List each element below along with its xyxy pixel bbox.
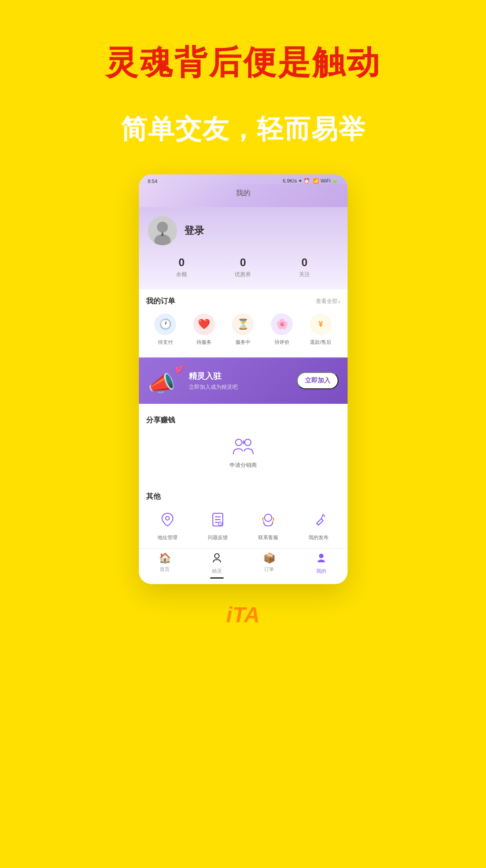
orders-view-all[interactable]: 查看全部 › (316, 298, 340, 305)
order-refund[interactable]: ¥ 退款/售后 (310, 313, 332, 346)
other-feedback[interactable]: 问题反馈 (196, 509, 240, 541)
home-icon: 🏠 (159, 552, 171, 564)
feedback-icon (207, 509, 229, 531)
nav-mine[interactable]: 我的 (295, 552, 348, 579)
hero-title: 灵魂背后便是触动 (105, 41, 381, 84)
status-icons: 6.9K/s ✦ ⏰ 📶 WiFi 🔋 (283, 178, 339, 184)
other-header: 其他 (146, 492, 340, 501)
customer-service-icon (257, 509, 279, 531)
svg-point-8 (166, 516, 169, 520)
stat-follow-value: 0 (301, 256, 307, 269)
phone-mockup: 8:54 6.9K/s ✦ ⏰ 📶 WiFi 🔋 我的 登录 0 (139, 174, 348, 584)
stat-follow: 0 关注 (299, 256, 310, 278)
other-customer-service[interactable]: 联系客服 (247, 509, 290, 541)
other-grid: 地址管理 问题反馈 (146, 509, 340, 541)
avatar[interactable] (148, 216, 177, 245)
svg-point-20 (215, 554, 219, 558)
banner-text: 精灵入驻 立即加入成为精灵吧 (189, 371, 297, 391)
other-section: 其他 地址管理 (139, 485, 348, 548)
order-pending-review-icon: 🌸 (271, 313, 293, 335)
share-title: 分享赚钱 (146, 416, 175, 425)
stat-balance-value: 0 (178, 256, 184, 269)
order-pending-payment[interactable]: 🕐 待支付 (154, 313, 176, 346)
nav-mine-label: 我的 (316, 568, 326, 575)
app-header: 我的 (139, 184, 348, 207)
svg-point-23 (319, 554, 324, 558)
nav-orders-label: 订单 (264, 566, 274, 573)
stat-balance-label: 余额 (176, 271, 187, 278)
svg-point-5 (236, 439, 242, 446)
order-pending-service-label: 待服务 (196, 339, 211, 346)
address-label: 地址管理 (157, 534, 177, 541)
nav-home[interactable]: 🏠 首页 (139, 552, 191, 579)
nav-spirit[interactable]: 精灵 (191, 552, 243, 579)
other-address[interactable]: 地址管理 (146, 509, 189, 541)
spirit-icon (211, 552, 222, 566)
stats-row: 0 余额 0 优惠券 0 关注 (148, 256, 339, 278)
profile-row[interactable]: 登录 (148, 216, 204, 245)
my-publish-icon (308, 509, 329, 531)
nav-home-label: 首页 (160, 566, 170, 573)
customer-service-label: 联系客服 (258, 534, 278, 541)
svg-text:+: + (241, 438, 245, 446)
stat-coupon: 0 优惠券 (235, 256, 251, 278)
svg-line-19 (317, 523, 319, 525)
svg-point-22 (218, 555, 219, 556)
app-logo: iTA (226, 602, 260, 627)
profile-section: 登录 0 余额 0 优惠券 0 关注 (139, 207, 348, 289)
svg-rect-4 (162, 233, 163, 236)
address-icon (157, 509, 178, 531)
stat-balance: 0 余额 (176, 256, 187, 278)
my-publish-label: 我的发布 (309, 534, 329, 541)
order-pending-review-label: 待评价 (275, 339, 290, 346)
nav-spirit-underline (210, 577, 224, 579)
banner-icon-area: 💕 📣 (148, 365, 184, 397)
other-my-publish[interactable]: 我的发布 (297, 509, 340, 541)
stat-follow-label: 关注 (299, 271, 310, 278)
order-in-service-label: 服务中 (236, 339, 250, 346)
orders-row: 🕐 待支付 ❤️ 待服务 ⏳ 服务中 🌸 待评价 ¥ 退款/售后 (146, 313, 340, 346)
share-distributor-icon: + (232, 436, 254, 458)
mine-icon (316, 552, 327, 566)
share-section: 分享赚钱 + 申请分销商 (139, 408, 348, 480)
app-header-title: 我的 (236, 189, 250, 197)
order-pending-payment-icon: 🕐 (154, 313, 176, 335)
order-refund-label: 退款/售后 (310, 339, 331, 346)
orders-section: 我的订单 查看全部 › 🕐 待支付 ❤️ 待服务 ⏳ 服务中 🌸 待评价 (139, 289, 348, 353)
orders-header: 我的订单 查看全部 › (146, 297, 340, 306)
order-in-service[interactable]: ⏳ 服务中 (232, 313, 254, 346)
svg-line-18 (323, 514, 325, 517)
bottom-area: iTA (226, 602, 260, 627)
status-time: 8:54 (148, 179, 157, 184)
bottom-nav: 🏠 首页 精灵 📦 订单 (139, 548, 348, 584)
banner-main-text: 精灵入驻 (189, 371, 297, 382)
svg-line-17 (321, 514, 323, 519)
feedback-label: 问题反馈 (208, 534, 228, 541)
banner-sub-text: 立即加入成为精灵吧 (189, 383, 297, 391)
order-in-service-icon: ⏳ (232, 313, 254, 335)
share-header: 分享赚钱 (146, 416, 340, 425)
orders-icon: 📦 (263, 552, 275, 564)
order-pending-service[interactable]: ❤️ 待服务 (193, 313, 215, 346)
nav-orders[interactable]: 📦 订单 (243, 552, 295, 579)
spirit-banner[interactable]: 💕 📣 精灵入驻 立即加入成为精灵吧 立即加入 (139, 357, 348, 404)
order-pending-service-icon: ❤️ (193, 313, 215, 335)
banner-hearts-icon: 💕 (175, 365, 184, 373)
share-distributor-label: 申请分销商 (230, 461, 257, 469)
hero-subtitle: 简单交友，轻而易举 (121, 112, 366, 147)
order-pending-payment-label: 待支付 (158, 339, 173, 346)
order-pending-review[interactable]: 🌸 待评价 (271, 313, 293, 346)
other-title: 其他 (146, 492, 161, 501)
login-button[interactable]: 登录 (184, 224, 204, 238)
svg-point-21 (215, 555, 216, 556)
stat-coupon-label: 优惠券 (235, 271, 251, 278)
order-refund-icon: ¥ (310, 313, 332, 335)
share-distributor[interactable]: + 申请分销商 (146, 432, 340, 473)
svg-point-16 (265, 514, 272, 521)
nav-spirit-label: 精灵 (212, 568, 222, 575)
svg-point-15 (220, 525, 221, 525)
banner-join-button[interactable]: 立即加入 (297, 372, 339, 389)
banner-megaphone-icon: 📣 (148, 371, 175, 397)
svg-point-1 (157, 222, 168, 233)
status-bar: 8:54 6.9K/s ✦ ⏰ 📶 WiFi 🔋 (139, 174, 348, 184)
